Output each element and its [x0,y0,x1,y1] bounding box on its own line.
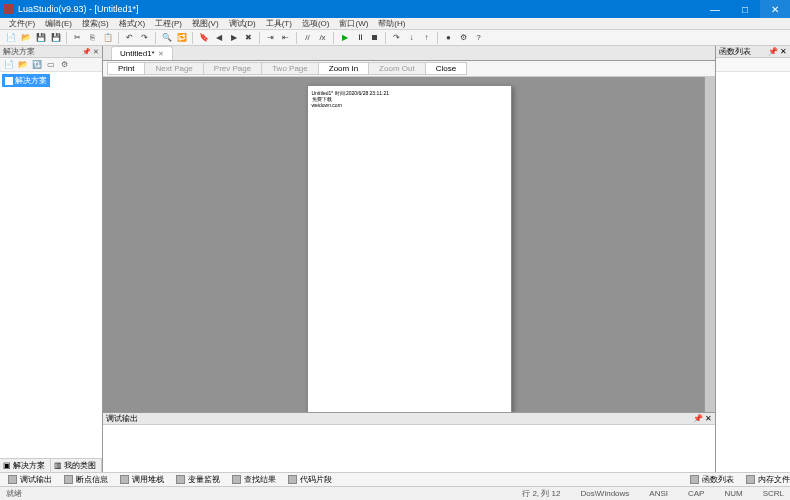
classes-tab-label: 我的类图 [64,460,96,471]
print-button[interactable]: Print [107,62,145,75]
status-ready: 就绪 [6,488,22,499]
menu-window[interactable]: 窗口(W) [334,18,373,29]
step-into-icon[interactable]: ↓ [405,31,418,44]
minimize-button[interactable]: — [700,0,730,18]
solution-root-node[interactable]: 解决方案 [2,74,50,87]
status-charset: ANSI [649,489,668,498]
zoom-in-button[interactable]: Zoom In [318,62,369,75]
output-close-icon[interactable]: ✕ [705,414,712,423]
function-list-item[interactable] [716,58,790,72]
uncomment-icon[interactable]: /x [316,31,329,44]
workarea: 解决方案 📌 ✕ 📄 📂 🔃 ▭ ⚙ 解决方案 ▣ 解决方案 ▥ 我的类图 [0,46,790,472]
tab-classes[interactable]: ▥ 我的类图 [51,459,102,472]
function-list-header: 函数列表 📌 ✕ [716,46,790,58]
bottom-tab-find-results[interactable]: 查找结果 [232,474,276,485]
output-pin-icon[interactable]: 📌 [693,414,703,423]
new-solution-icon[interactable]: 📄 [3,59,14,70]
bottom-tab-debug-output[interactable]: 调试输出 [8,474,52,485]
two-page-button[interactable]: Two Page [261,62,319,75]
doc-tab-close-icon[interactable]: ✕ [158,50,164,58]
bottom-tab-variables[interactable]: 变量监视 [176,474,220,485]
find-results-icon [232,475,241,484]
bottom-tab-code-frags[interactable]: 代码片段 [288,474,332,485]
bookmark-prev-icon[interactable]: ◀ [212,31,225,44]
copy-icon[interactable]: ⎘ [86,31,99,44]
stop-icon[interactable]: ⏹ [368,31,381,44]
bottom-tab-breakpoints[interactable]: 断点信息 [64,474,108,485]
menu-view[interactable]: 视图(V) [187,18,224,29]
solution-toolbar: 📄 📂 🔃 ▭ ⚙ [0,58,102,72]
save-all-icon[interactable]: 💾 [49,31,62,44]
menu-debug[interactable]: 调试(D) [224,18,261,29]
breakpoint-icon[interactable]: ● [442,31,455,44]
zoom-out-button[interactable]: Zoom Out [368,62,426,75]
refresh-icon[interactable]: 🔃 [31,59,42,70]
menu-help[interactable]: 帮助(H) [373,18,410,29]
toolbar: 📄 📂 💾 💾 ✂ ⎘ 📋 ↶ ↷ 🔍 🔁 🔖 ◀ ▶ ✖ ⇥ ⇤ // /x … [0,30,790,46]
pause-icon[interactable]: ⏸ [353,31,366,44]
output-panel-controls: 📌 ✕ [693,414,712,423]
properties-icon[interactable]: ⚙ [59,59,70,70]
document-preview-area[interactable]: Untitled1* 时间:2020/6/28 23:11:21 免费下载 we… [103,77,715,412]
bottom-tab-callstack[interactable]: 调用堆栈 [120,474,164,485]
right-close-icon[interactable]: ✕ [780,47,787,56]
bottom-tab-function-list[interactable]: 函数列表 [690,474,734,485]
bookmark-next-icon[interactable]: ▶ [227,31,240,44]
solution-panel: 解决方案 📌 ✕ 📄 📂 🔃 ▭ ⚙ 解决方案 ▣ 解决方案 ▥ 我的类图 [0,46,103,472]
prev-page-button[interactable]: Prev Page [203,62,262,75]
collapse-icon[interactable]: ▭ [45,59,56,70]
panel-controls: 📌 ✕ [82,47,99,56]
print-preview-bar: Print Next Page Prev Page Two Page Zoom … [103,61,715,77]
menu-format[interactable]: 格式(X) [114,18,151,29]
menu-edit[interactable]: 编辑(E) [40,18,77,29]
save-icon[interactable]: 💾 [34,31,47,44]
settings-icon[interactable]: ⚙ [457,31,470,44]
solution-panel-header: 解决方案 📌 ✕ [0,46,102,58]
menu-option[interactable]: 选项(O) [297,18,335,29]
menu-file[interactable]: 文件(F) [4,18,40,29]
cut-icon[interactable]: ✂ [71,31,84,44]
outdent-icon[interactable]: ⇤ [279,31,292,44]
close-button[interactable]: ✕ [760,0,790,18]
close-preview-button[interactable]: Close [425,62,467,75]
debug-output-body[interactable] [103,425,715,472]
solution-tab-label: 解决方案 [13,460,45,471]
menubar: 文件(F) 编辑(E) 搜索(S) 格式(X) 工程(P) 视图(V) 调试(D… [0,18,790,30]
debug-output-header: 调试输出 📌 ✕ [103,413,715,425]
tab-solution[interactable]: ▣ 解决方案 [0,459,51,472]
right-pin-icon[interactable]: 📌 [768,47,778,56]
new-file-icon[interactable]: 📄 [4,31,17,44]
menu-search[interactable]: 搜索(S) [77,18,114,29]
next-page-button[interactable]: Next Page [144,62,203,75]
panel-close-icon[interactable]: ✕ [93,48,99,55]
menu-tool[interactable]: 工具(T) [261,18,297,29]
step-over-icon[interactable]: ↷ [390,31,403,44]
run-icon[interactable]: ▶ [338,31,351,44]
code-frags-icon [288,475,297,484]
doc-tab-untitled1[interactable]: Untitled1* ✕ [111,46,173,60]
find-icon[interactable]: 🔍 [160,31,173,44]
paste-icon[interactable]: 📋 [101,31,114,44]
comment-icon[interactable]: // [301,31,314,44]
undo-icon[interactable]: ↶ [123,31,136,44]
status-line-col: 行 2, 列 12 [522,488,560,499]
step-out-icon[interactable]: ↑ [420,31,433,44]
bookmark-icon[interactable]: 🔖 [197,31,210,44]
maximize-button[interactable]: □ [730,0,760,18]
redo-icon[interactable]: ↷ [138,31,151,44]
menu-project[interactable]: 工程(P) [150,18,187,29]
page-line-2: weidown.com [312,102,507,108]
pin-icon[interactable]: 📌 [82,48,91,55]
center-panel: Untitled1* ✕ Print Next Page Prev Page T… [103,46,715,472]
open-file-icon[interactable]: 📂 [19,31,32,44]
help-icon[interactable]: ? [472,31,485,44]
solution-tree[interactable]: 解决方案 [0,72,102,458]
replace-icon[interactable]: 🔁 [175,31,188,44]
app-icon [4,4,14,14]
bottom-tab-memory-files[interactable]: 内存文件 [746,474,790,485]
indent-icon[interactable]: ⇥ [264,31,277,44]
open-solution-icon[interactable]: 📂 [17,59,28,70]
solution-root-label: 解决方案 [15,75,47,86]
statusbar: 就绪 行 2, 列 12 Dos\Windows ANSI CAP NUM SC… [0,486,790,500]
bookmark-clear-icon[interactable]: ✖ [242,31,255,44]
